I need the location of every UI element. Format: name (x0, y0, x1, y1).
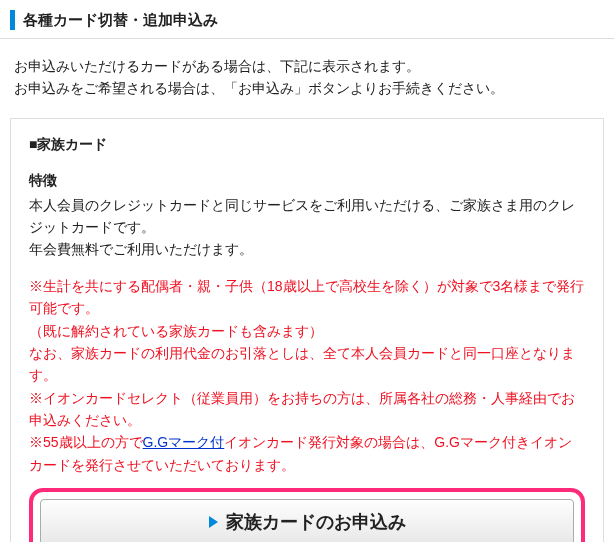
apply-button-label: 家族カードのお申込み (226, 510, 406, 534)
note-5: ※55歳以上の方でG.Gマーク付イオンカード発行対象の場合は、G.Gマーク付きイ… (29, 431, 585, 476)
gg-mark-link[interactable]: G.Gマーク付 (143, 434, 225, 450)
features-text: 本人会員のクレジットカードと同じサービスをご利用いただける、ご家族さま用のクレジ… (29, 194, 585, 261)
apply-highlight-frame: 家族カードのお申込み (29, 488, 585, 542)
notes-block: ※生計を共にする配偶者・親・子供（18歳以上で高校生を除く）が対象で3名様まで発… (29, 275, 585, 477)
note-1: ※生計を共にする配偶者・親・子供（18歳以上で高校生を除く）が対象で3名様まで発… (29, 275, 585, 320)
title-accent (10, 10, 15, 30)
play-triangle-icon (209, 516, 218, 528)
features-line-2: 年会費無料でご利用いただけます。 (29, 241, 253, 257)
note-2: （既に解約されている家族カードも含みます） (29, 320, 585, 342)
family-card-panel: ■家族カード 特徴 本人会員のクレジットカードと同じサービスをご利用いただける、… (10, 118, 604, 542)
intro-block: お申込みいただけるカードがある場合は、下記に表示されます。 お申込みをご希望され… (0, 39, 614, 118)
features-label: 特徴 (29, 169, 585, 191)
intro-line-1: お申込みいただけるカードがある場合は、下記に表示されます。 (14, 55, 600, 77)
page-title: 各種カード切替・追加申込み (23, 8, 218, 32)
note-4: ※イオンカードセレクト（従業員用）をお持ちの方は、所属各社の総務・人事経由でお申… (29, 387, 585, 432)
features-line-1: 本人会員のクレジットカードと同じサービスをご利用いただける、ご家族さま用のクレジ… (29, 197, 575, 235)
page-title-bar: 各種カード切替・追加申込み (0, 0, 614, 39)
intro-line-2: お申込みをご希望される場合は、「お申込み」ボタンよりお手続きください。 (14, 77, 600, 99)
family-card-apply-button[interactable]: 家族カードのお申込み (40, 499, 574, 542)
note-3: なお、家族カードの利用代金のお引落としは、全て本人会員カードと同一口座となります… (29, 342, 585, 387)
note-5-prefix: ※55歳以上の方で (29, 434, 143, 450)
panel-title: ■家族カード (29, 133, 585, 155)
